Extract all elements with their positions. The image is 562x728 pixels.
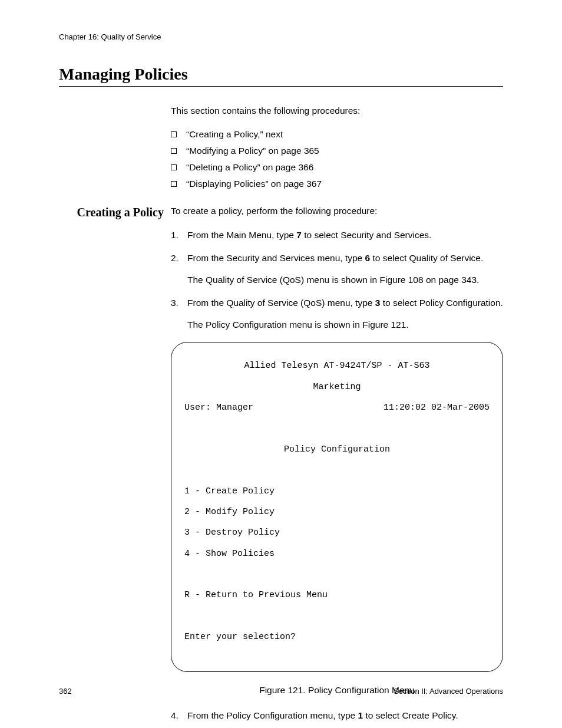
terminal-line: Marketing: [184, 382, 490, 393]
step-key: 1: [358, 710, 363, 720]
side-heading: Creating a Policy: [59, 206, 164, 219]
step-item: 2. From the Security and Services menu, …: [171, 252, 503, 286]
step-text: From the Quality of Service (QoS) menu, …: [187, 298, 375, 308]
terminal-blank: [184, 423, 490, 434]
step-subtext: The Quality of Service (QoS) menu is sho…: [187, 274, 503, 286]
checkbox-bullet-icon: [171, 148, 177, 154]
terminal-timestamp: 11:20:02 02-Mar-2005: [384, 403, 490, 413]
bullet-text: “Creating a Policy,” next: [186, 129, 283, 140]
step-text: to select Policy Configuration.: [380, 298, 503, 308]
page-number: 362: [59, 687, 72, 696]
step-number: 2.: [171, 252, 187, 286]
step-number: 1.: [171, 229, 187, 242]
list-item: “Displaying Policies” on page 367: [171, 179, 503, 189]
bullet-text: “Deleting a Policy” on page 366: [186, 162, 313, 173]
step-number: 4.: [171, 710, 187, 722]
step-text: From the Policy Configuration menu, type: [187, 710, 358, 720]
checkbox-bullet-icon: [171, 164, 177, 170]
step-text: to select Quality of Service.: [370, 253, 483, 263]
procedure-intro: To create a policy, perform the followin…: [171, 206, 503, 216]
step-item: 3. From the Quality of Service (QoS) men…: [171, 297, 503, 331]
procedure-bullet-list: “Creating a Policy,” next “Modifying a P…: [171, 129, 503, 189]
bullet-text: “Displaying Policies” on page 367: [186, 179, 322, 189]
list-item: “Creating a Policy,” next: [171, 129, 503, 140]
list-item: “Deleting a Policy” on page 366: [171, 162, 503, 173]
step-item: 4. From the Policy Configuration menu, t…: [171, 710, 503, 722]
terminal-blank: [184, 465, 490, 476]
terminal-screen: Allied Telesyn AT-9424T/SP - AT-S63 Mark…: [171, 342, 503, 673]
step-text: From the Security and Services menu, typ…: [187, 253, 365, 263]
step-key: 6: [365, 253, 371, 263]
checkbox-bullet-icon: [171, 131, 177, 137]
terminal-blank: [184, 611, 490, 622]
step-text: From the Main Menu, type: [187, 230, 296, 240]
terminal-user: User: Manager: [184, 403, 253, 413]
numbered-steps: 1. From the Main Menu, type 7 to select …: [171, 229, 503, 331]
checkbox-bullet-icon: [171, 181, 177, 187]
step-item: 1. From the Main Menu, type 7 to select …: [171, 229, 503, 242]
intro-text: This section contains the following proc…: [171, 106, 503, 116]
page-footer: 362 Section II: Advanced Operations: [59, 687, 503, 696]
terminal-option: 4 - Show Policies: [184, 549, 490, 559]
chapter-header: Chapter 16: Quality of Service: [59, 32, 503, 41]
terminal-line: Allied Telesyn AT-9424T/SP - AT-S63: [184, 361, 490, 371]
step-number: 3.: [171, 297, 187, 331]
terminal-option: 2 - Modify Policy: [184, 507, 490, 518]
step-text: to select Create Policy.: [363, 710, 458, 720]
step-subtext: The Policy Configuration menu is shown i…: [187, 319, 503, 331]
terminal-prompt: Enter your selection?: [184, 632, 490, 643]
section-label: Section II: Advanced Operations: [394, 687, 503, 696]
numbered-steps-continued: 4. From the Policy Configuration menu, t…: [171, 710, 503, 722]
bullet-text: “Modifying a Policy” on page 365: [186, 146, 319, 156]
terminal-option: 3 - Destroy Policy: [184, 528, 490, 538]
page-title: Managing Policies: [59, 65, 503, 84]
step-text: to select Security and Services.: [302, 230, 432, 240]
heading-rule: [59, 86, 503, 87]
list-item: “Modifying a Policy” on page 365: [171, 146, 503, 156]
terminal-option: R - Return to Previous Menu: [184, 590, 490, 601]
terminal-option: 1 - Create Policy: [184, 486, 490, 497]
terminal-menu-title: Policy Configuration: [184, 444, 490, 455]
step-key: 7: [296, 230, 302, 240]
terminal-blank: [184, 569, 490, 580]
